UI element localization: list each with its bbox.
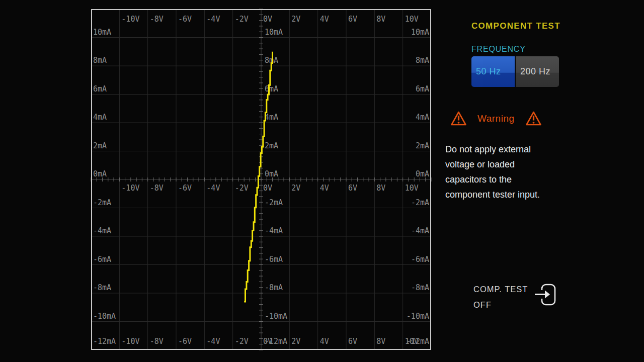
svg-text:-6mA: -6mA — [93, 255, 111, 264]
svg-text:-12mA: -12mA — [93, 337, 116, 346]
svg-text:0V: 0V — [263, 184, 272, 193]
svg-text:2mA: 2mA — [416, 141, 429, 150]
svg-text:6V: 6V — [348, 184, 357, 193]
svg-text:10V: 10V — [405, 184, 419, 193]
svg-text:-2V: -2V — [235, 184, 249, 193]
svg-text:4mA: 4mA — [265, 113, 278, 122]
svg-text:6mA: 6mA — [93, 84, 107, 94]
svg-text:10mA: 10mA — [411, 28, 429, 37]
svg-text:-4mA: -4mA — [93, 226, 111, 235]
svg-text:8mA: 8mA — [416, 56, 429, 65]
frequency-label: FREQUENCY — [471, 45, 526, 54]
svg-text:-4mA: -4mA — [265, 226, 283, 235]
svg-text:-4V: -4V — [206, 184, 220, 193]
svg-text:-8V: -8V — [150, 15, 164, 24]
exit-arrow-icon — [534, 283, 557, 307]
svg-text:0V: 0V — [263, 15, 272, 24]
svg-text:0mA: 0mA — [416, 169, 429, 178]
svg-text:8mA: 8mA — [93, 56, 107, 65]
svg-text:-10mA: -10mA — [93, 312, 116, 321]
svg-text:-2mA: -2mA — [93, 198, 111, 207]
component-test-graph: -10V-10V-10V-8V-8V-8V-6V-6V-6V-4V-4V-4V-… — [91, 9, 431, 350]
svg-text:-6V: -6V — [178, 337, 192, 346]
svg-text:0mA: 0mA — [265, 169, 278, 178]
svg-text:-12mA: -12mA — [265, 337, 287, 346]
page-title: COMPONENT TEST — [471, 21, 560, 31]
svg-text:-10V: -10V — [121, 184, 139, 193]
frequency-50hz-button[interactable]: 50 Hz — [471, 56, 515, 87]
svg-text:2V: 2V — [291, 337, 300, 346]
svg-text:-8mA: -8mA — [93, 283, 111, 292]
svg-text:-4mA: -4mA — [411, 226, 429, 235]
svg-text:-6V: -6V — [178, 184, 192, 193]
svg-text:-10mA: -10mA — [265, 312, 287, 321]
svg-text:-10mA: -10mA — [407, 312, 429, 321]
svg-text:-6mA: -6mA — [265, 255, 283, 264]
svg-text:4mA: 4mA — [93, 113, 107, 122]
oscilloscope-screen: { "colors": { "background": "#070707", "… — [0, 0, 644, 362]
svg-text:-10V: -10V — [121, 337, 139, 346]
warning-header: Warning — [450, 111, 542, 126]
svg-text:10mA: 10mA — [265, 28, 283, 37]
svg-text:6V: 6V — [348, 15, 357, 24]
svg-text:-12mA: -12mA — [407, 337, 429, 346]
warning-triangle-icon — [450, 111, 467, 126]
svg-text:-2V: -2V — [235, 15, 249, 24]
svg-text:-4V: -4V — [206, 337, 220, 346]
svg-text:-2mA: -2mA — [411, 198, 429, 207]
svg-text:-6mA: -6mA — [411, 255, 429, 264]
comp-test-off-button[interactable]: COMP. TEST OFF — [473, 282, 557, 313]
svg-text:-8V: -8V — [150, 184, 164, 193]
frequency-200hz-button[interactable]: 200 Hz — [516, 56, 559, 87]
svg-text:-6V: -6V — [178, 15, 192, 24]
svg-text:2mA: 2mA — [265, 141, 278, 150]
svg-text:6mA: 6mA — [416, 84, 429, 94]
svg-text:4V: 4V — [320, 184, 329, 193]
svg-text:2mA: 2mA — [93, 141, 107, 150]
svg-text:4mA: 4mA — [416, 113, 429, 122]
svg-text:4V: 4V — [320, 15, 329, 24]
frequency-toggle: 50 Hz 200 Hz — [471, 56, 559, 87]
svg-text:4V: 4V — [320, 337, 329, 346]
comp-test-off-label: COMP. TEST OFF — [473, 282, 528, 313]
svg-text:8V: 8V — [376, 184, 385, 193]
svg-text:-8mA: -8mA — [265, 283, 283, 292]
warning-title: Warning — [477, 113, 515, 124]
svg-text:0mA: 0mA — [93, 169, 107, 178]
svg-text:6V: 6V — [348, 337, 357, 346]
svg-text:8V: 8V — [376, 15, 385, 24]
svg-text:-8V: -8V — [150, 337, 164, 346]
svg-text:10mA: 10mA — [93, 28, 111, 37]
svg-text:-8mA: -8mA — [411, 283, 429, 292]
warning-message: Do not apply external voltage or loaded … — [445, 142, 557, 202]
warning-triangle-icon — [525, 111, 542, 126]
svg-text:-4V: -4V — [206, 15, 220, 24]
svg-text:6mA: 6mA — [265, 84, 278, 94]
svg-text:-2V: -2V — [235, 337, 249, 346]
svg-text:-2mA: -2mA — [265, 198, 283, 207]
svg-text:2V: 2V — [291, 184, 300, 193]
svg-text:-10V: -10V — [121, 15, 139, 24]
svg-text:10V: 10V — [405, 15, 419, 24]
svg-text:8V: 8V — [376, 337, 385, 346]
svg-text:2V: 2V — [291, 15, 300, 24]
